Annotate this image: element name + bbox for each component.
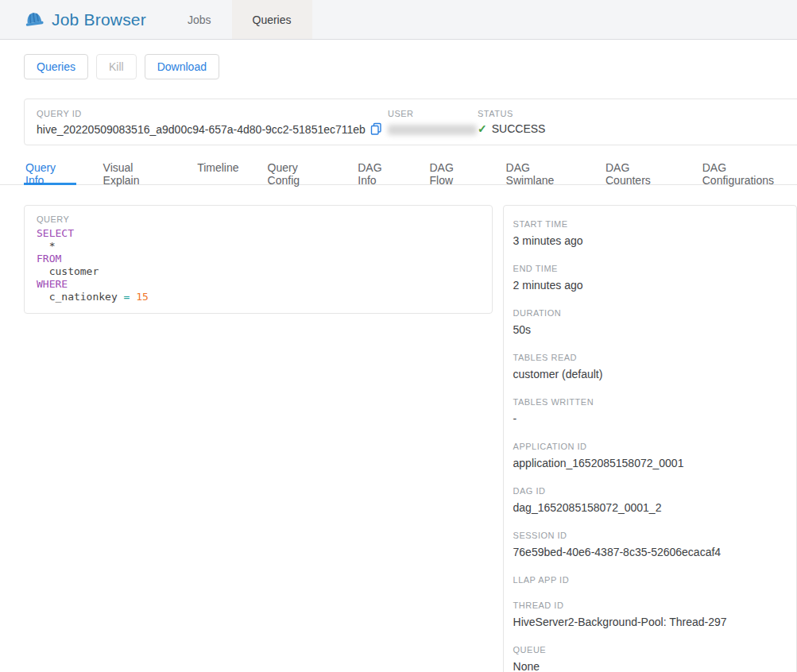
metadata-field-application-id: APPLICATION IDapplication_1652085158072_… bbox=[513, 442, 787, 470]
sql-line: * bbox=[37, 240, 480, 253]
sql-code: SELECT *FROM customerWHERE c_nationkey =… bbox=[37, 227, 480, 303]
metadata-value: 76e59bed-40e6-4387-8c35-52606ecacaf4 bbox=[513, 545, 787, 559]
queries-button[interactable]: Queries bbox=[24, 54, 88, 79]
metadata-label: LLAP APP ID bbox=[513, 575, 787, 585]
status-field: STATUS ✓ SUCCESS bbox=[478, 109, 545, 135]
metadata-field-duration: DURATION50s bbox=[513, 308, 787, 337]
metadata-label: DAG ID bbox=[513, 486, 787, 496]
content: QUERY SELECT *FROM customerWHERE c_natio… bbox=[0, 185, 797, 672]
user-label: USER bbox=[388, 109, 477, 118]
query-id-label: QUERY ID bbox=[37, 109, 382, 118]
copy-icon[interactable] bbox=[370, 122, 382, 136]
query-id-value: hive_20220509083516_a9d00c94-657a-4d80-9… bbox=[37, 123, 366, 136]
metadata-value: None bbox=[513, 659, 787, 672]
top-nav-tab-jobs[interactable]: Jobs bbox=[167, 0, 232, 39]
query-panel-label: QUERY bbox=[37, 214, 480, 224]
metadata-field-queue: QUEUENone bbox=[513, 645, 787, 672]
sql-line: customer bbox=[37, 265, 480, 278]
brand: Job Browser bbox=[0, 0, 146, 39]
metadata-value: 3 minutes ago bbox=[513, 234, 787, 248]
metadata-value: 2 minutes ago bbox=[513, 278, 787, 292]
toolbar: QueriesKillDownload bbox=[0, 40, 797, 79]
download-button[interactable]: Download bbox=[145, 54, 219, 79]
metadata-field-tables-written: TABLES WRITTEN- bbox=[513, 397, 787, 426]
sql-line: c_nationkey = 15 bbox=[37, 291, 480, 303]
tab-dag-info[interactable]: DAG Info bbox=[356, 158, 402, 185]
metadata-field-thread-id: THREAD IDHiveServer2-Background-Pool: Th… bbox=[513, 601, 787, 629]
metadata-value: HiveServer2-Background-Pool: Thread-297 bbox=[513, 615, 787, 629]
sql-line: WHERE bbox=[37, 278, 480, 291]
metadata-field-dag-id: DAG IDdag_1652085158072_0001_2 bbox=[513, 486, 787, 515]
metadata-value: dag_1652085158072_0001_2 bbox=[513, 500, 787, 515]
top-nav-tab-queries[interactable]: Queries bbox=[232, 0, 312, 39]
metadata-field-llap-app-id: LLAP APP ID bbox=[513, 575, 787, 585]
sql-line: SELECT bbox=[37, 227, 480, 240]
metadata-label: END TIME bbox=[513, 264, 787, 273]
metadata-field-start-time: START TIME3 minutes ago bbox=[513, 219, 787, 248]
status-badge: SUCCESS bbox=[492, 122, 546, 135]
metadata-field-session-id: SESSION ID76e59bed-40e6-4387-8c35-52606e… bbox=[513, 531, 787, 559]
tab-bar: Query InfoVisual ExplainTimelineQuery Co… bbox=[0, 158, 797, 185]
kill-button: Kill bbox=[96, 54, 137, 79]
tab-query-config[interactable]: Query Config bbox=[266, 158, 331, 185]
metadata-label: QUEUE bbox=[513, 645, 787, 655]
metadata-label: THREAD ID bbox=[513, 601, 787, 610]
metadata-field-end-time: END TIME2 minutes ago bbox=[513, 264, 787, 292]
metadata-label: TABLES WRITTEN bbox=[513, 397, 787, 407]
tab-dag-swimlane[interactable]: DAG Swimlane bbox=[505, 158, 578, 185]
metadata-label: DURATION bbox=[513, 308, 787, 318]
app-header: Job Browser JobsQueries bbox=[0, 0, 797, 40]
query-id-field: QUERY ID hive_20220509083516_a9d00c94-65… bbox=[37, 109, 382, 136]
success-check-icon: ✓ bbox=[478, 122, 487, 135]
query-summary-card: QUERY ID hive_20220509083516_a9d00c94-65… bbox=[24, 98, 797, 145]
metadata-label: START TIME bbox=[513, 219, 787, 229]
metadata-value: - bbox=[513, 411, 787, 426]
metadata-value: customer (default) bbox=[513, 367, 787, 381]
tab-dag-counters[interactable]: DAG Counters bbox=[604, 158, 675, 185]
metadata-value: application_1652085158072_0001 bbox=[513, 456, 787, 470]
top-nav: JobsQueries bbox=[167, 0, 312, 39]
metadata-label: TABLES READ bbox=[513, 353, 787, 362]
user-value-redacted bbox=[388, 125, 477, 135]
metadata-label: APPLICATION ID bbox=[513, 442, 787, 451]
metadata-label: SESSION ID bbox=[513, 531, 787, 540]
user-field: USER bbox=[388, 109, 477, 135]
sql-line: FROM bbox=[37, 253, 480, 265]
hard-hat-icon bbox=[24, 10, 44, 30]
metadata-panel: START TIME3 minutes agoEND TIME2 minutes… bbox=[503, 205, 797, 672]
metadata-value: 50s bbox=[513, 322, 787, 337]
app-title: Job Browser bbox=[52, 10, 146, 29]
tab-query-info[interactable]: Query Info bbox=[24, 158, 76, 185]
tab-visual-explain[interactable]: Visual Explain bbox=[102, 158, 171, 185]
tab-dag-configurations[interactable]: DAG Configurations bbox=[701, 158, 797, 185]
query-panel: QUERY SELECT *FROM customerWHERE c_natio… bbox=[24, 205, 493, 314]
tab-timeline[interactable]: Timeline bbox=[195, 158, 240, 185]
metadata-field-tables-read: TABLES READcustomer (default) bbox=[513, 353, 787, 381]
tab-dag-flow[interactable]: DAG Flow bbox=[428, 158, 479, 185]
status-label: STATUS bbox=[478, 109, 545, 118]
